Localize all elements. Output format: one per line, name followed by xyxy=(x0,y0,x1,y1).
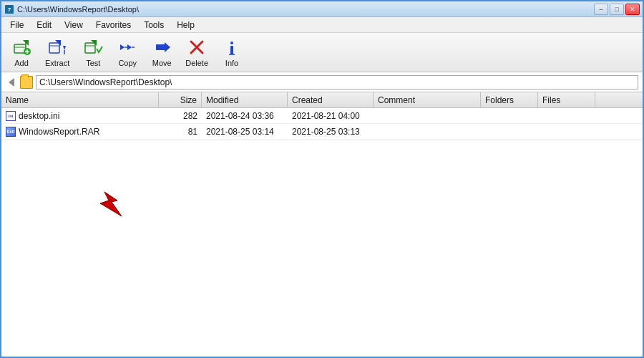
extract-label: Extract xyxy=(45,59,69,67)
file-folders xyxy=(481,108,538,123)
col-header-name[interactable]: Name xyxy=(1,92,159,107)
copy-icon xyxy=(117,37,137,57)
title-bar: 7 C:\Users\WindowsReport\Desktop\ – □ ✕ xyxy=(1,1,643,17)
title-text: C:\Users\WindowsReport\Desktop\ xyxy=(17,5,139,14)
file-files xyxy=(538,124,595,139)
file-folders xyxy=(481,124,538,139)
svg-marker-19 xyxy=(127,44,132,50)
copy-label: Copy xyxy=(118,59,137,67)
table-row[interactable]: ini desktop.ini 282 2021-08-24 03:36 202… xyxy=(1,108,643,124)
delete-icon xyxy=(187,37,207,57)
menu-favorites[interactable]: Favorites xyxy=(90,19,137,32)
svg-text:7: 7 xyxy=(8,6,11,13)
svg-marker-28 xyxy=(100,192,122,216)
move-label: Move xyxy=(152,59,172,67)
file-modified: 2021-08-25 03:14 xyxy=(202,124,288,139)
add-button[interactable]: Add xyxy=(6,35,37,69)
app-icon: 7 xyxy=(4,4,14,14)
menu-tools[interactable]: Tools xyxy=(138,19,170,32)
maximize-button[interactable]: □ xyxy=(610,4,624,15)
minimize-button[interactable]: – xyxy=(594,4,608,15)
svg-rect-25 xyxy=(230,46,233,54)
svg-point-24 xyxy=(230,42,233,44)
col-header-size[interactable]: Size xyxy=(159,92,202,107)
col-header-folders[interactable]: Folders xyxy=(481,92,538,107)
add-label: Add xyxy=(14,59,29,67)
table-row[interactable]: RAR WindowsReport.RAR 81 2021-08-25 03:1… xyxy=(1,124,643,140)
file-list-area: Name Size Modified Created Comment Folde… xyxy=(1,92,643,358)
nav-back-icon[interactable] xyxy=(6,77,17,88)
file-size: 282 xyxy=(159,108,202,123)
file-created: 2021-08-25 03:13 xyxy=(288,124,374,139)
col-header-comment[interactable]: Comment xyxy=(374,92,481,107)
col-header-files[interactable]: Files xyxy=(538,92,595,107)
svg-rect-9 xyxy=(49,43,59,53)
menu-view[interactable]: View xyxy=(59,19,89,32)
col-header-created[interactable]: Created xyxy=(288,92,374,107)
col-header-modified[interactable]: Modified xyxy=(202,92,288,107)
ini-file-icon: ini xyxy=(6,111,16,121)
move-icon xyxy=(152,37,172,57)
menu-edit[interactable]: Edit xyxy=(31,19,57,32)
svg-marker-21 xyxy=(156,42,170,52)
address-input[interactable] xyxy=(36,75,638,90)
svg-marker-17 xyxy=(120,44,125,50)
file-created: 2021-08-21 04:00 xyxy=(288,108,374,123)
info-button[interactable]: Info xyxy=(216,35,248,69)
column-headers: Name Size Modified Created Comment Folde… xyxy=(1,92,643,108)
delete-button[interactable]: Delete xyxy=(180,35,213,69)
info-label: Info xyxy=(225,59,238,67)
menu-file[interactable]: File xyxy=(4,19,29,32)
file-modified: 2021-08-24 03:36 xyxy=(202,108,288,123)
toolbar: Add Extract Test xyxy=(1,33,643,72)
file-name: RAR WindowsReport.RAR xyxy=(1,124,159,139)
file-comment xyxy=(374,124,481,139)
extract-icon xyxy=(47,37,67,57)
address-bar xyxy=(1,72,643,92)
red-cursor-arrow xyxy=(94,189,123,218)
file-files xyxy=(538,108,595,123)
test-label: Test xyxy=(86,59,100,67)
copy-button[interactable]: Copy xyxy=(112,35,143,69)
svg-rect-14 xyxy=(85,43,95,53)
info-icon xyxy=(222,37,242,57)
file-name: ini desktop.ini xyxy=(1,108,159,123)
add-icon xyxy=(11,37,31,57)
extract-button[interactable]: Extract xyxy=(40,35,74,69)
delete-label: Delete xyxy=(185,59,208,67)
close-button[interactable]: ✕ xyxy=(625,4,640,15)
folder-icon xyxy=(20,76,33,89)
window-controls: – □ ✕ xyxy=(594,4,640,15)
test-icon xyxy=(83,37,103,57)
rar-file-icon: RAR xyxy=(6,127,16,137)
file-size: 81 xyxy=(159,124,202,139)
move-button[interactable]: Move xyxy=(146,35,177,69)
menu-bar: File Edit View Favorites Tools Help xyxy=(1,17,643,33)
svg-marker-12 xyxy=(63,46,66,50)
test-button[interactable]: Test xyxy=(77,35,109,69)
file-comment xyxy=(374,108,481,123)
svg-marker-27 xyxy=(9,78,14,87)
file-rows: ini desktop.ini 282 2021-08-24 03:36 202… xyxy=(1,108,643,140)
menu-help[interactable]: Help xyxy=(171,19,200,32)
